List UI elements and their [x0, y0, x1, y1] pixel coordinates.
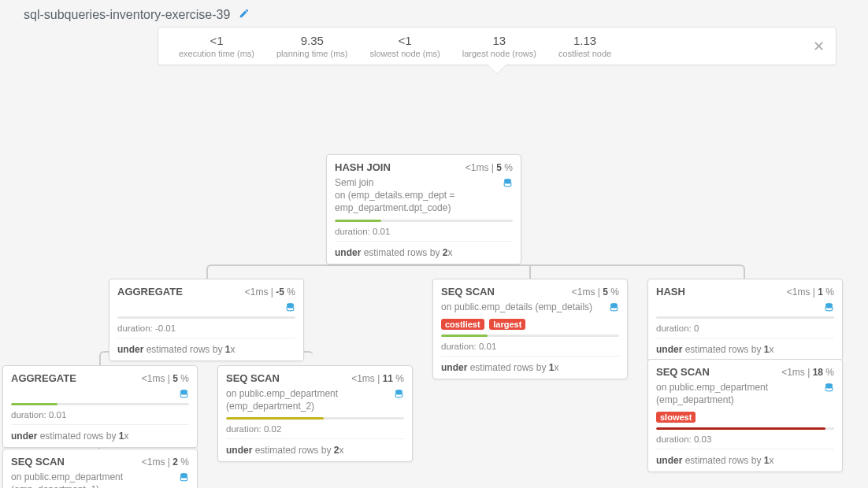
duration-label: duration: 0	[656, 323, 834, 338]
node-detail	[11, 387, 189, 398]
node-detail: on public.emp_details (emp_details)	[441, 301, 619, 313]
node-tags: slowest	[656, 411, 834, 423]
duration-label: duration: 0.02	[226, 424, 404, 439]
stat-planning-time: 9.35 planning time (ms)	[265, 34, 358, 58]
node-title: AGGREGATE	[11, 372, 76, 384]
tag-slowest: slowest	[656, 412, 696, 423]
node-metrics: <1ms | 2 %	[142, 457, 189, 468]
node-detail: on public.emp_department (emp_department…	[656, 381, 834, 406]
duration-label: duration: 0.01	[441, 342, 619, 357]
duration-label: duration: 0.01	[335, 227, 513, 242]
node-metrics: <1ms | 5 %	[466, 162, 513, 173]
progress-bar	[441, 335, 619, 337]
node-seq-scan-emp-department-2[interactable]: SEQ SCAN <1ms | 11 % on public.emp_depar…	[217, 365, 413, 462]
estimate-label: under estimated rows by 1x	[441, 357, 619, 379]
database-icon	[609, 302, 619, 316]
node-detail	[117, 301, 295, 312]
node-aggregate[interactable]: AGGREGATE <1ms | -5 % duration: -0.01 un…	[109, 279, 304, 361]
duration-label: duration: 0.01	[11, 410, 189, 425]
node-detail: Semi joinon (emp_details.emp_dept = emp_…	[335, 176, 513, 215]
node-title: AGGREGATE	[117, 286, 183, 298]
node-metrics: <1ms | 1 %	[787, 287, 834, 298]
node-hash[interactable]: HASH <1ms | 1 % duration: 0 under estima…	[647, 279, 843, 361]
node-seq-scan-emp-department[interactable]: SEQ SCAN <1ms | 18 % on public.emp_depar…	[647, 359, 843, 472]
database-icon	[179, 389, 189, 402]
node-seq-scan-emp-department-1[interactable]: SEQ SCAN <1ms | 2 % on public.emp_depart…	[2, 449, 198, 488]
node-metrics: <1ms | 18 %	[781, 367, 834, 378]
page-header: sql-subqueries-inventory-exercise-39	[0, 0, 868, 27]
close-icon[interactable]: ✕	[813, 38, 825, 55]
node-metrics: <1ms | 5 %	[572, 287, 619, 298]
duration-label: duration: 0.03	[656, 434, 834, 449]
database-icon	[179, 472, 189, 486]
node-metrics: <1ms | -5 %	[245, 287, 295, 298]
node-title: SEQ SCAN	[226, 372, 280, 384]
plan-canvas: HASH JOIN <1ms | 5 % Semi joinon (emp_de…	[0, 76, 868, 488]
stat-execution-time: <1 execution time (ms)	[168, 34, 265, 58]
duration-label: duration: -0.01	[117, 323, 295, 338]
tag-costliest: costliest	[441, 319, 484, 330]
database-icon	[824, 383, 834, 396]
tag-largest: largest	[489, 319, 525, 330]
stat-slowest-node: <1 slowest node (ms)	[358, 34, 451, 58]
node-seq-scan-emp-details[interactable]: SEQ SCAN <1ms | 5 % on public.emp_detail…	[432, 279, 628, 379]
node-title: HASH	[656, 286, 685, 298]
stats-bar: <1 execution time (ms) 9.35 planning tim…	[158, 27, 836, 65]
node-title: HASH JOIN	[335, 161, 391, 173]
node-title: SEQ SCAN	[656, 366, 710, 378]
estimate-label: under estimated rows by 1x	[117, 338, 295, 360]
node-detail: on public.emp_department (emp_department…	[11, 471, 189, 488]
estimate-label: under estimated rows by 1x	[11, 425, 189, 447]
node-tags: costliest largest	[441, 318, 619, 330]
connector	[206, 264, 745, 279]
edit-icon[interactable]	[239, 8, 250, 21]
progress-bar	[11, 403, 189, 405]
estimate-label: under estimated rows by 2x	[226, 439, 404, 461]
connector	[529, 264, 531, 279]
progress-bar	[335, 220, 513, 222]
database-icon	[394, 389, 404, 402]
estimate-label: under estimated rows by 1x	[656, 338, 834, 360]
node-title: SEQ SCAN	[11, 456, 65, 468]
stats-arrow-icon	[158, 65, 836, 76]
estimate-label: under estimated rows by 2x	[335, 242, 513, 264]
stat-largest-node: 13 largest node (rows)	[451, 34, 547, 58]
node-hash-join[interactable]: HASH JOIN <1ms | 5 % Semi joinon (emp_de…	[326, 154, 521, 264]
node-title: SEQ SCAN	[441, 286, 495, 298]
database-icon	[824, 302, 834, 316]
node-aggregate[interactable]: AGGREGATE <1ms | 5 % duration: 0.01 unde…	[2, 365, 198, 448]
node-metrics: <1ms | 11 %	[351, 373, 404, 384]
page-title: sql-subqueries-inventory-exercise-39	[24, 8, 230, 21]
progress-bar	[117, 316, 295, 319]
database-icon	[285, 302, 295, 316]
database-icon	[503, 178, 513, 191]
node-metrics: <1ms | 5 %	[142, 373, 189, 384]
estimate-label: under estimated rows by 1x	[656, 449, 834, 471]
node-detail	[656, 301, 834, 312]
progress-bar	[656, 427, 834, 430]
node-detail: on public.emp_department (emp_department…	[226, 387, 404, 412]
progress-bar	[656, 316, 834, 319]
stat-costliest-node: 1.13 costliest node	[547, 34, 622, 58]
progress-bar	[226, 417, 404, 420]
